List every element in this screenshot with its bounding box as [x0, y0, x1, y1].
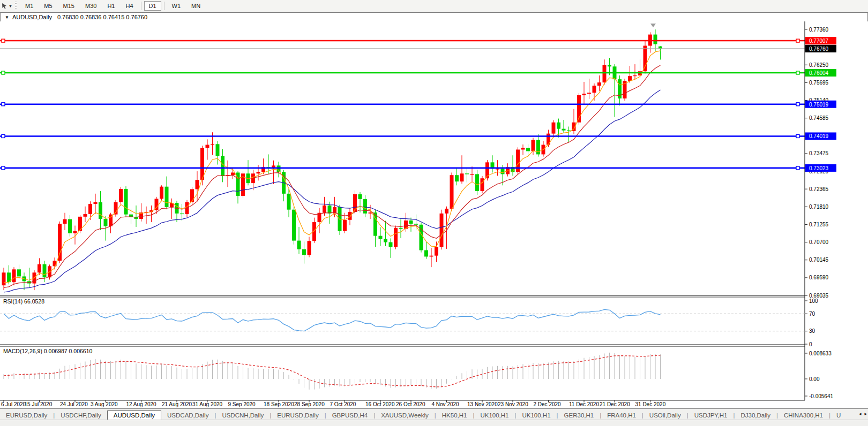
price-axis-label: 0.70145	[809, 257, 829, 263]
rsi-axis-label: 0	[809, 341, 812, 347]
timeframe-button-m1[interactable]: M1	[20, 1, 38, 11]
hline-handle[interactable]	[796, 103, 799, 106]
price-axis-label: 0.69590	[809, 275, 829, 280]
price-badge-label: 0.74019	[809, 133, 829, 139]
date-axis-label: 24 Jul 2020	[60, 401, 88, 407]
hline-handle[interactable]	[2, 71, 5, 74]
hline-handle[interactable]	[2, 166, 5, 170]
symbol-tab-eurusd-daily[interactable]: EURUSD,Daily	[0, 410, 53, 420]
date-axis-label: 31 Aug 2020	[192, 401, 223, 407]
symbol-tab-usoil-daily[interactable]: USOil,Daily	[643, 410, 687, 420]
price-axis-label: 0.71810	[809, 204, 829, 210]
timeframe-button-mn[interactable]: MN	[186, 1, 205, 11]
price-axis-label: 0.77360	[809, 27, 829, 33]
date-axis-label: 15 Jul 2020	[25, 401, 53, 407]
timeframe-button-d1[interactable]: D1	[144, 1, 161, 11]
symbol-tab-audusd-daily[interactable]: AUDUSD,Daily	[107, 410, 161, 420]
date-axis-label: 4 Nov 2020	[432, 401, 460, 407]
date-axis-label: 9 Sep 2020	[228, 401, 256, 407]
timeframe-button-m30[interactable]: M30	[80, 1, 101, 11]
rsi-indicator-label: RSI(14) 66.0528	[3, 298, 44, 305]
symbol-tab-usdcnh-daily[interactable]: USDCNH,Daily	[216, 410, 270, 420]
toolbar-separator	[164, 2, 164, 10]
cursor-tool-button[interactable]: ▼	[0, 1, 14, 11]
collapse-triangle-icon[interactable]: ▼	[5, 15, 9, 20]
date-axis-label: 3 Aug 2020	[91, 401, 118, 407]
hline-handle[interactable]	[2, 134, 5, 138]
price-axis-label: 0.76250	[809, 62, 829, 68]
timeframe-button-m15[interactable]: M15	[58, 1, 79, 11]
tabs-scroll-right-button[interactable]: ▸	[864, 411, 867, 416]
price-axis-label: 0.75695	[809, 80, 829, 86]
status-bar	[0, 420, 868, 426]
price-axis-label: 0.71255	[809, 222, 829, 227]
symbol-tab-usdcad-daily[interactable]: USDCAD,Daily	[161, 410, 214, 420]
timeframe-button-h4[interactable]: H4	[121, 1, 138, 11]
price-axis-label: 0.73475	[809, 150, 829, 156]
hline-handle[interactable]	[796, 39, 799, 42]
date-axis-label: 7 Oct 2020	[330, 401, 356, 407]
symbol-tab-bar: EURUSD,Daily|USDCHF,DailyAUDUSD,DailyUSD…	[0, 408, 868, 420]
symbol-tab-xauusd-weekly[interactable]: XAUUSD,Weekly	[375, 410, 435, 420]
macd-axis-label: 0.00	[809, 376, 820, 382]
date-axis-label: 12 Aug 2020	[126, 401, 157, 407]
price-badge-label: 0.76004	[809, 70, 829, 76]
hline-handle[interactable]	[796, 71, 799, 74]
rsi-axis-label: 30	[809, 328, 815, 334]
rsi-axis-label: 100	[809, 298, 818, 304]
date-axis-label: 23 Nov 2020	[498, 401, 528, 407]
timeframe-button-m5[interactable]: M5	[39, 1, 57, 11]
timeframe-button-w1[interactable]: W1	[167, 1, 186, 11]
date-axis-label: 21 Dec 2020	[600, 401, 630, 407]
price-badge-label: 0.77007	[809, 38, 829, 44]
date-axis-label: 21 Aug 2020	[162, 401, 192, 407]
symbol-tab-fra40-h1[interactable]: FRA40,H1	[601, 410, 642, 420]
timeframe-button-h1[interactable]: H1	[102, 1, 119, 11]
date-axis-label: 31 Dec 2020	[635, 401, 666, 407]
symbol-tab-eurusd-daily[interactable]: EURUSD,Daily	[271, 410, 324, 420]
symbol-tab-dj30-daily[interactable]: DJ30,Daily	[735, 410, 776, 420]
price-badge-label: 0.73023	[809, 165, 829, 171]
chart-ohlc-readout: 0.76830 0.76836 0.76415 0.76760	[57, 14, 147, 20]
macd-indicator-label: MACD(12,26,9) 0.006987 0.006610	[3, 348, 93, 354]
macd-axis-label: -0.005641	[809, 393, 833, 399]
symbol-tab-uk100-h1[interactable]: UK100,H1	[517, 410, 557, 420]
date-axis-label: 26 Oct 2020	[396, 401, 425, 407]
symbol-tab-usdchf-daily[interactable]: USDCHF,Daily	[55, 410, 107, 420]
date-axis-label: 28 Sep 2020	[294, 401, 325, 407]
price-badge-label: 0.75019	[809, 102, 829, 108]
cursor-icon	[2, 3, 8, 9]
chart-symbol-title: AUDUSD,Daily	[12, 14, 52, 20]
date-axis-label: 11 Dec 2020	[569, 401, 599, 407]
symbol-tab-china300-h1[interactable]: CHINA300,H1	[778, 410, 829, 420]
symbol-tab-ger30-h1[interactable]: GER30,H1	[558, 410, 600, 420]
chevron-down-icon: ▼	[9, 4, 13, 9]
tabs-scroll-left-button[interactable]: ◂	[859, 411, 862, 416]
date-axis-label: 13 Nov 2020	[467, 401, 498, 407]
date-axis-label: 16 Oct 2020	[365, 401, 395, 407]
hline-handle[interactable]	[796, 166, 799, 170]
toolbar-separator	[141, 2, 141, 10]
symbol-tab-usdjpy-h1[interactable]: USDJPY,H1	[689, 410, 734, 420]
symbol-tab-uk100-h1[interactable]: UK100,H1	[474, 410, 514, 420]
symbol-tab-hk50-h1[interactable]: HK50,H1	[436, 410, 473, 420]
chart-canvas[interactable]: 0.773600.762500.756950.751400.745850.734…	[0, 21, 868, 408]
symbol-tab-gbpusd-h4[interactable]: GBPUSD,H4	[326, 410, 373, 420]
hline-handle[interactable]	[2, 103, 5, 106]
rsi-axis-label: 70	[809, 311, 815, 317]
hline-handle[interactable]	[796, 134, 799, 138]
chart-window-titlebar: ▼ AUDUSD,Daily 0.76830 0.76836 0.76415 0…	[0, 12, 868, 22]
price-axis-label: 0.72365	[809, 186, 829, 192]
date-axis-label: 6 Jul 2020	[1, 401, 26, 407]
toolbar-grip[interactable]	[15, 2, 17, 10]
hline-handle[interactable]	[2, 39, 5, 42]
price-axis-label: 0.70700	[809, 239, 829, 245]
date-axis-label: 2 Dec 2020	[534, 401, 562, 407]
macd-axis-label: 0.008633	[809, 351, 832, 356]
price-axis-label: 0.74585	[809, 115, 829, 121]
toolbar: ▼ M1M5M15M30H1H4D1W1MN	[0, 0, 868, 12]
symbol-tab-u[interactable]: U	[830, 410, 847, 420]
price-badge-label: 0.76760	[809, 46, 829, 52]
date-axis-label: 18 Sep 2020	[264, 401, 294, 407]
